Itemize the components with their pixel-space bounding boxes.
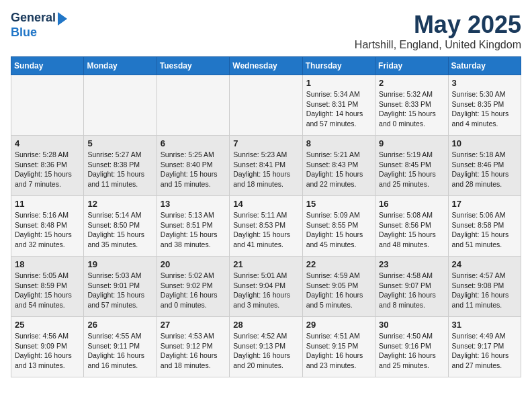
week-row-1: 1Sunrise: 5:34 AMSunset: 8:31 PMDaylight… <box>11 75 521 136</box>
day-number: 3 <box>452 78 517 88</box>
day-info: Daylight: 15 hours and 51 minutes. <box>452 230 517 249</box>
day-info: Sunrise: 5:19 AM <box>379 150 444 160</box>
day-number: 26 <box>87 320 152 330</box>
day-info: Sunset: 8:31 PM <box>306 99 371 109</box>
day-number: 2 <box>379 78 444 88</box>
day-info: Daylight: 16 hours and 5 minutes. <box>306 290 371 310</box>
calendar-cell: 24Sunrise: 4:57 AMSunset: 9:08 PMDayligh… <box>448 257 521 317</box>
day-number: 18 <box>15 259 80 269</box>
day-info: Sunset: 9:12 PM <box>161 341 226 351</box>
day-info: Sunset: 8:58 PM <box>452 220 517 230</box>
day-info: Sunrise: 5:32 AM <box>379 89 444 99</box>
day-info: Sunset: 9:17 PM <box>452 341 517 351</box>
calendar-cell: 15Sunrise: 5:09 AMSunset: 8:55 PMDayligh… <box>302 196 375 257</box>
day-info: Sunset: 8:35 PM <box>452 99 517 109</box>
day-info: Sunrise: 5:01 AM <box>233 271 298 281</box>
calendar-cell: 8Sunrise: 5:21 AMSunset: 8:43 PMDaylight… <box>302 136 375 196</box>
calendar-cell: 2Sunrise: 5:32 AMSunset: 8:33 PMDaylight… <box>375 75 448 136</box>
day-info: Daylight: 16 hours and 11 minutes. <box>452 290 517 310</box>
day-number: 14 <box>233 199 298 209</box>
day-info: Sunset: 8:36 PM <box>15 160 80 170</box>
day-info: Daylight: 15 hours and 22 minutes. <box>306 169 371 189</box>
day-info: Sunrise: 5:27 AM <box>87 150 152 160</box>
calendar-cell: 28Sunrise: 4:52 AMSunset: 9:13 PMDayligh… <box>230 317 302 377</box>
day-info: Sunset: 8:48 PM <box>15 220 80 230</box>
calendar-cell: 16Sunrise: 5:08 AMSunset: 8:56 PMDayligh… <box>375 196 448 257</box>
calendar-cell: 17Sunrise: 5:06 AMSunset: 8:58 PMDayligh… <box>448 196 521 257</box>
day-number: 8 <box>306 138 371 148</box>
day-info: Daylight: 15 hours and 38 minutes. <box>161 230 226 249</box>
day-info: Daylight: 16 hours and 16 minutes. <box>87 351 152 370</box>
day-number: 15 <box>306 199 371 209</box>
day-info: Sunset: 8:33 PM <box>379 99 444 109</box>
day-info: Daylight: 15 hours and 54 minutes. <box>15 290 80 310</box>
logo-blue: Blue <box>11 26 67 40</box>
day-info: Sunset: 9:09 PM <box>15 341 80 351</box>
day-info: Sunset: 9:16 PM <box>379 341 444 351</box>
day-info: Sunset: 9:02 PM <box>161 281 226 291</box>
day-number: 13 <box>161 199 226 209</box>
day-info: Sunset: 8:38 PM <box>87 160 152 170</box>
day-info: Sunrise: 4:58 AM <box>379 271 444 281</box>
day-number: 28 <box>233 320 298 330</box>
column-header-monday: Monday <box>84 57 157 75</box>
calendar-header-row: SundayMondayTuesdayWednesdayThursdayFrid… <box>11 57 521 75</box>
day-info: Sunset: 9:07 PM <box>379 281 444 291</box>
day-number: 6 <box>161 138 226 148</box>
day-number: 23 <box>379 259 444 269</box>
day-info: Daylight: 14 hours and 57 minutes. <box>306 109 371 128</box>
day-info: Sunrise: 5:09 AM <box>306 210 371 220</box>
day-info: Sunrise: 4:59 AM <box>306 271 371 281</box>
day-info: Sunset: 8:56 PM <box>379 220 444 230</box>
day-info: Sunset: 9:11 PM <box>87 341 152 351</box>
calendar-cell: 12Sunrise: 5:14 AMSunset: 8:50 PMDayligh… <box>84 196 157 257</box>
day-info: Sunset: 9:15 PM <box>306 341 371 351</box>
calendar-cell <box>230 75 302 136</box>
day-info: Sunrise: 5:08 AM <box>379 210 444 220</box>
day-info: Sunrise: 4:53 AM <box>161 331 226 341</box>
calendar-cell: 29Sunrise: 4:51 AMSunset: 9:15 PMDayligh… <box>302 317 375 377</box>
day-info: Daylight: 15 hours and 28 minutes. <box>452 169 517 189</box>
week-row-5: 25Sunrise: 4:56 AMSunset: 9:09 PMDayligh… <box>11 317 521 377</box>
column-header-wednesday: Wednesday <box>230 57 302 75</box>
calendar-cell: 21Sunrise: 5:01 AMSunset: 9:04 PMDayligh… <box>230 257 302 317</box>
day-info: Sunrise: 4:55 AM <box>87 331 152 341</box>
day-info: Daylight: 15 hours and 18 minutes. <box>233 169 298 189</box>
calendar-cell: 31Sunrise: 4:49 AMSunset: 9:17 PMDayligh… <box>448 317 521 377</box>
day-info: Daylight: 15 hours and 48 minutes. <box>379 230 444 249</box>
day-info: Daylight: 15 hours and 15 minutes. <box>161 169 226 189</box>
calendar-cell: 26Sunrise: 4:55 AMSunset: 9:11 PMDayligh… <box>84 317 157 377</box>
day-info: Daylight: 16 hours and 18 minutes. <box>161 351 226 370</box>
location: Hartshill, England, United Kingdom <box>355 39 521 51</box>
day-number: 21 <box>233 259 298 269</box>
day-number: 30 <box>379 320 444 330</box>
day-info: Daylight: 15 hours and 0 minutes. <box>379 109 444 128</box>
calendar-cell: 18Sunrise: 5:05 AMSunset: 8:59 PMDayligh… <box>11 257 84 317</box>
calendar-cell: 20Sunrise: 5:02 AMSunset: 9:02 PMDayligh… <box>157 257 229 317</box>
calendar-cell <box>157 75 229 136</box>
day-info: Sunset: 9:13 PM <box>233 341 298 351</box>
day-info: Daylight: 15 hours and 45 minutes. <box>306 230 371 249</box>
logo-text: General Blue <box>11 11 67 40</box>
calendar-cell: 10Sunrise: 5:18 AMSunset: 8:46 PMDayligh… <box>448 136 521 196</box>
title-block: May 2025 Hartshill, England, United King… <box>355 11 521 51</box>
day-number: 5 <box>87 138 152 148</box>
week-row-2: 4Sunrise: 5:28 AMSunset: 8:36 PMDaylight… <box>11 136 521 196</box>
day-info: Sunrise: 5:34 AM <box>306 89 371 99</box>
day-info: Sunrise: 5:18 AM <box>452 150 517 160</box>
day-info: Daylight: 15 hours and 41 minutes. <box>233 230 298 249</box>
calendar-cell: 27Sunrise: 4:53 AMSunset: 9:12 PMDayligh… <box>157 317 229 377</box>
day-number: 29 <box>306 320 371 330</box>
day-number: 25 <box>15 320 80 330</box>
day-info: Sunrise: 5:16 AM <box>15 210 80 220</box>
logo-general: General <box>11 11 56 26</box>
day-number: 16 <box>379 199 444 209</box>
day-info: Sunrise: 4:57 AM <box>452 271 517 281</box>
day-info: Daylight: 15 hours and 7 minutes. <box>15 169 80 189</box>
day-info: Daylight: 16 hours and 13 minutes. <box>15 351 80 370</box>
day-info: Sunrise: 5:02 AM <box>161 271 226 281</box>
calendar-cell: 3Sunrise: 5:30 AMSunset: 8:35 PMDaylight… <box>448 75 521 136</box>
column-header-saturday: Saturday <box>448 57 521 75</box>
day-info: Sunrise: 4:52 AM <box>233 331 298 341</box>
column-header-friday: Friday <box>375 57 448 75</box>
